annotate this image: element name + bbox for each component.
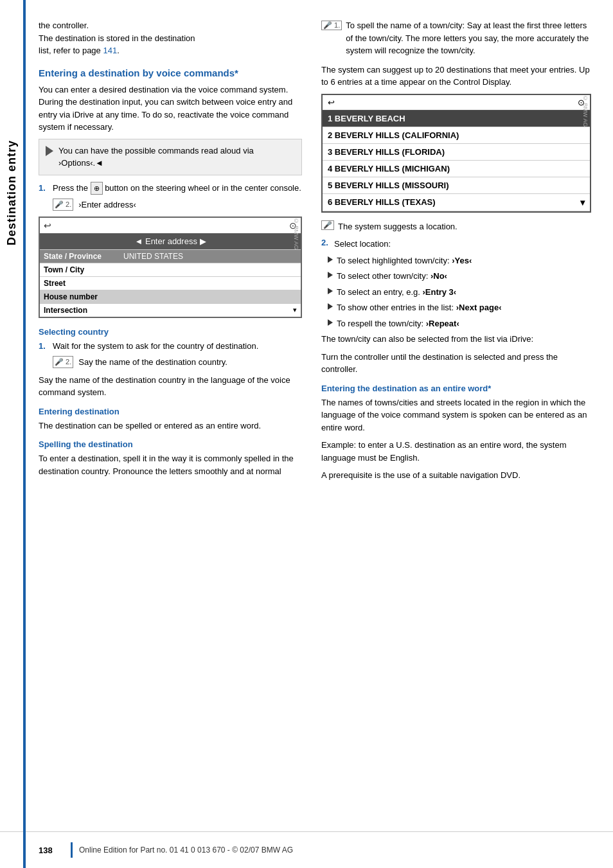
left-column: the controller. The destination is store… [32, 19, 315, 831]
bullet-triangle-4 [328, 303, 333, 310]
footer-blue-bar [71, 842, 73, 858]
bullet-5: To respell the town/city: ›Repeat‹ [328, 317, 591, 330]
selecting-country-heading: Selecting country [39, 327, 302, 337]
address-box-header: ↩ ⊙ [40, 218, 301, 233]
voice-icon-country: 🎤 2. [53, 356, 73, 368]
location-item-3[interactable]: 3 BEVERLY HILLS (FLORIDA) [323, 144, 590, 161]
intersection-row: Intersection ▾ [40, 303, 301, 317]
voice-icon-step2: 🎤 2. [53, 199, 73, 211]
entire-word-body1: The names of towns/cities and streets lo… [321, 396, 591, 434]
entire-word-body3: A prerequisite is the use of a suitable … [321, 469, 591, 482]
location-item-2[interactable]: 2 BEVERLY HILLS (CALIFORNIA) [323, 127, 590, 144]
section-body-voice: You can enter a desired destination via … [39, 84, 302, 134]
entire-word-heading: Entering the destination as an entire wo… [321, 384, 591, 393]
location-copyright: © BMW AG [582, 95, 589, 127]
system-suggests-text: The system suggests a location. [338, 220, 458, 233]
back-icon: ↩ [44, 220, 51, 231]
bullet-3: To select an entry, e.g. ›Entry 3‹ [328, 286, 591, 299]
scroll-down-arrow: ▾ [580, 197, 585, 208]
scroll-indicator: ▾ [293, 306, 297, 314]
bullet-triangle-3 [328, 288, 333, 294]
right-step1-text: To spell the name of a town/city: Say at… [346, 19, 591, 57]
select-country-step1: 1. Wait for the system to ask for the co… [39, 340, 302, 353]
step-1: 1. Press the ⊕ button on the steering wh… [39, 182, 302, 195]
address-box: ↩ ⊙ ◄ Enter address ▶ State / Province U… [39, 217, 302, 318]
idrive-text2: Turn the controller until the destinatio… [321, 351, 591, 376]
selecting-country-body: Say the name of the destination country … [39, 374, 302, 399]
location-item-6[interactable]: 6 BEVERLY HILLS (TEXAS) ▾ [323, 194, 590, 211]
command-box: You can have the possible commands read … [39, 139, 302, 175]
system-suggests-row: 🎤 The system suggests a location. [321, 220, 591, 233]
step-2: 🎤 2. ›Enter address‹ [39, 199, 302, 211]
sidebar-label: Destination entry [0, 90, 23, 296]
house-number-row: House number [40, 290, 301, 303]
bullet-1: To select highlighted town/city: ›Yes‹ [328, 254, 591, 267]
voice-icon-right: 🎤 1. [321, 21, 342, 30]
page-footer: 138 Online Edition for Part no. 01 41 0 … [0, 831, 613, 868]
bullet-triangle-1 [328, 256, 333, 263]
location-item-5[interactable]: 5 BEVERLY HILLS (MISSOURI) [323, 177, 590, 194]
street-row: Street [40, 276, 301, 290]
bullet-4: To show other entries in the list: ›Next… [328, 301, 591, 314]
right-step1-container: 🎤 1. To spell the name of a town/city: S… [321, 19, 591, 57]
entering-destination-heading: Entering destination [39, 407, 302, 416]
blue-bar [23, 0, 26, 868]
copyright-text: © BMW AG [293, 218, 299, 250]
suggests-text: The system can suggest up to 20 destinat… [321, 64, 591, 89]
steps-list: 1. Press the ⊕ button on the steering wh… [39, 182, 302, 211]
town-city-row: Town / City [40, 263, 301, 276]
selecting-country-steps: 1. Wait for the system to ask for the co… [39, 340, 302, 369]
bullet-2: To select other town/city: ›No‹ [328, 270, 591, 283]
entire-word-body2: Example: to enter a U.S. destination as … [321, 439, 591, 464]
page-container: Destination entry the controller. The de… [0, 0, 613, 868]
location-item-1[interactable]: 1 BEVERLY BEACH [323, 111, 590, 127]
play-icon [46, 146, 53, 156]
section-heading-voice: Entering a destination by voice commands… [39, 67, 302, 78]
right-column: 🎤 1. To spell the name of a town/city: S… [315, 19, 598, 831]
footer-text: Online Edition for Part no. 01 41 0 013 … [79, 846, 293, 855]
idrive-text1: The town/city can also be selected from … [321, 333, 591, 346]
location-box-header: ↩ ⊙ [323, 95, 590, 111]
command-text: You can have the possible commands read … [58, 145, 295, 170]
spelling-destination-body: To enter a destination, spell it in the … [39, 452, 302, 477]
bullet-triangle-5 [328, 319, 333, 326]
select-location-step: 2. Select location: [321, 238, 591, 251]
location-box: ↩ ⊙ 1 BEVERLY BEACH 2 BEVERLY HILLS (CAL… [321, 94, 591, 213]
bullet-triangle-2 [328, 272, 333, 278]
button-icon: ⊕ [91, 182, 103, 195]
intro-text: the controller. The destination is store… [39, 19, 302, 57]
select-country-step2: 🎤 2. Say the name of the destination cou… [39, 356, 302, 369]
address-enter-label: ◄ Enter address ▶ [40, 233, 301, 249]
state-province-row: State / Province UNITED STATES [40, 249, 301, 263]
page-number: 138 [39, 846, 71, 855]
page-ref-link[interactable]: 141 [103, 46, 117, 55]
spelling-destination-heading: Spelling the destination [39, 439, 302, 449]
voice-icon-suggests: 🎤 [321, 220, 334, 230]
entering-destination-body: The destination can be spelled or entere… [39, 420, 302, 432]
select-bullets: To select highlighted town/city: ›Yes‹ T… [328, 254, 591, 330]
main-content: the controller. The destination is store… [32, 0, 613, 831]
location-item-4[interactable]: 4 BEVERLY HILLS (MICHIGAN) [323, 161, 590, 177]
location-back-icon: ↩ [328, 98, 335, 107]
